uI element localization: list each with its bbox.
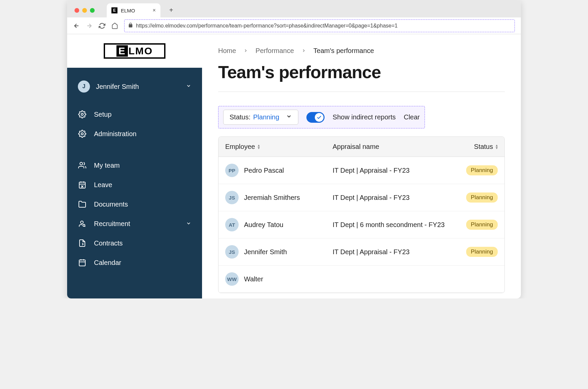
avatar: PP [225, 164, 239, 177]
breadcrumb-home[interactable]: Home [218, 47, 236, 55]
svg-point-9 [81, 221, 83, 224]
svg-point-1 [81, 133, 83, 135]
indirect-reports-toggle[interactable] [306, 112, 325, 123]
window-maximize-icon[interactable] [90, 8, 95, 13]
user-avatar: J [78, 80, 90, 93]
browser-tab[interactable]: E ELMO × [107, 3, 160, 17]
sidebar-item-my-team[interactable]: My team [67, 156, 202, 175]
window-close-icon[interactable] [75, 8, 79, 13]
avatar: JS [225, 191, 239, 204]
status-badge: Planning [466, 165, 498, 175]
nav-label: Contracts [94, 239, 123, 247]
back-button[interactable] [73, 22, 80, 29]
sidebar-item-recruitment[interactable]: Recruitment [67, 214, 202, 233]
gear-icon [78, 129, 87, 138]
chevron-right-icon [301, 47, 306, 55]
url-bar[interactable]: https://elmo.elmodev.com/performance/tea… [124, 19, 515, 32]
people-icon [78, 161, 87, 170]
sidebar-item-calendar[interactable]: Calendar [67, 253, 202, 272]
folder-icon [78, 200, 87, 209]
browser-toolbar: https://elmo.elmodev.com/performance/tea… [67, 17, 521, 34]
performance-table: Employee ▴▾ Appraisal name Status ▴▾ PP … [218, 136, 505, 293]
appraisal-name: IT Dept | Appraisal - FY23 [333, 167, 447, 174]
filter-bar: Status: Planning Show indirect reports C… [218, 106, 425, 128]
nav-label: Administration [94, 130, 137, 138]
status-filter-label: Status: [230, 113, 250, 121]
sidebar-user-menu[interactable]: J Jennifer Smith [67, 74, 202, 99]
table-row[interactable]: WW Walter [218, 266, 504, 293]
nav-label: Documents [94, 201, 128, 208]
logo[interactable]: ELMO [104, 43, 165, 59]
status-badge: Planning [466, 192, 498, 203]
status-filter-dropdown[interactable]: Status: Planning [223, 110, 298, 125]
favicon-icon: E [111, 7, 117, 13]
avatar: AT [225, 218, 239, 231]
tab-title: ELMO [121, 8, 135, 13]
th-appraisal[interactable]: Appraisal name [333, 143, 447, 151]
employee-name: Audrey Tatou [244, 221, 284, 229]
sidebar-item-leave[interactable]: Leave [67, 175, 202, 194]
chevron-down-icon [286, 113, 292, 121]
th-status[interactable]: Status ▴▾ [451, 143, 498, 151]
table-row[interactable]: JS Jennifer Smith IT Dept | Appraisal - … [218, 238, 504, 266]
svg-point-0 [81, 113, 83, 115]
person-search-icon [78, 219, 87, 228]
calendar-icon [78, 258, 87, 267]
home-button[interactable] [111, 22, 118, 29]
table-row[interactable]: JS Jeremiah Smithers IT Dept | Appraisal… [218, 184, 504, 211]
chevron-down-icon [186, 83, 191, 90]
user-name: Jennifer Smith [96, 83, 180, 91]
breadcrumb-performance[interactable]: Performance [255, 47, 294, 55]
nav-label: My team [94, 162, 120, 169]
avatar: WW [225, 272, 239, 286]
tab-close-icon[interactable]: × [153, 7, 156, 13]
avatar: JS [225, 245, 239, 259]
breadcrumb: Home Performance Team's performance [218, 47, 505, 55]
svg-line-11 [85, 226, 86, 227]
sidebar-item-documents[interactable]: Documents [67, 194, 202, 214]
appraisal-name: IT Dept | Appraisal - FY23 [333, 194, 447, 202]
sort-icon: ▴▾ [496, 144, 498, 149]
sidebar: ELMO J Jennifer Smith [67, 34, 202, 298]
svg-rect-3 [79, 182, 85, 188]
reload-button[interactable] [99, 22, 105, 29]
svg-rect-12 [79, 260, 85, 266]
employee-name: Jeremiah Smithers [244, 194, 300, 202]
calendar-x-icon [78, 180, 87, 189]
forward-button[interactable] [86, 22, 93, 29]
svg-point-10 [83, 224, 85, 226]
browser-tab-strip: E ELMO × + [67, 0, 521, 17]
gear-icon [78, 110, 87, 119]
chevron-right-icon [243, 47, 248, 55]
lock-icon [128, 22, 133, 29]
status-filter-value: Planning [253, 113, 279, 121]
employee-name: Walter [244, 275, 263, 283]
nav-label: Setup [94, 111, 111, 118]
nav-label: Recruitment [94, 220, 130, 228]
nav-label: Leave [94, 181, 112, 189]
appraisal-name: IT Dept | Appraisal - FY23 [333, 248, 447, 256]
clear-filters-button[interactable]: Clear [404, 113, 420, 121]
new-tab-button[interactable]: + [166, 5, 177, 15]
window-minimize-icon[interactable] [82, 8, 87, 13]
status-badge: Planning [466, 220, 498, 230]
sidebar-item-contracts[interactable]: Contracts [67, 233, 202, 253]
status-badge: Planning [466, 247, 498, 257]
page-title: Team's performance [218, 62, 505, 92]
table-row[interactable]: AT Audrey Tatou IT Dept | 6 month second… [218, 211, 504, 238]
document-icon [78, 239, 87, 247]
th-employee[interactable]: Employee ▴▾ [225, 143, 329, 151]
svg-point-2 [80, 162, 83, 165]
sidebar-item-setup[interactable]: Setup [67, 105, 202, 124]
url-text: https://elmo.elmodev.com/performance/tea… [136, 23, 398, 29]
employee-name: Jennifer Smith [244, 248, 287, 256]
sort-icon: ▴▾ [258, 144, 260, 149]
nav-label: Calendar [94, 259, 121, 267]
main-content: Home Performance Team's performance Team… [202, 34, 521, 298]
check-icon [315, 113, 324, 122]
table-row[interactable]: PP Pedro Pascal IT Dept | Appraisal - FY… [218, 157, 504, 184]
chevron-down-icon [186, 220, 191, 228]
appraisal-name: IT Dept | 6 month secondment - FY23 [333, 221, 447, 229]
toggle-label: Show indirect reports [333, 113, 396, 121]
sidebar-item-administration[interactable]: Administration [67, 124, 202, 144]
